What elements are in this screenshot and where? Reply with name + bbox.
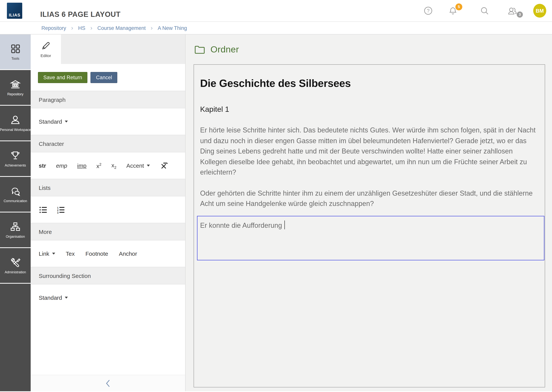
paragraph-style-dropdown[interactable]: Standard <box>39 118 68 125</box>
contacts-button[interactable]: 3 <box>507 6 518 15</box>
avatar[interactable]: BM <box>533 4 546 18</box>
breadcrumb-item-course-management[interactable]: Course Management <box>97 25 146 31</box>
anchor-button[interactable]: Anchor <box>119 250 137 257</box>
breadcrumb-separator: › <box>90 25 92 31</box>
main-sidebar: Tools Repository Personal Workspace Achi… <box>0 35 31 391</box>
help-icon: ? <box>424 6 433 15</box>
person-icon <box>10 114 21 125</box>
section-lists-body: 123 <box>31 196 185 223</box>
sidebar-item-administration[interactable]: Administration <box>0 248 31 283</box>
chevron-left-icon <box>105 379 110 387</box>
editor-panel: Editor Save and Return Cancel Paragraph … <box>31 35 186 391</box>
breadcrumb-item-repository[interactable]: Repository <box>41 25 66 31</box>
remove-format-icon <box>160 161 168 170</box>
section-paragraph-header: Paragraph <box>31 91 185 108</box>
collapse-panel-button[interactable] <box>31 375 185 391</box>
numbered-list-button[interactable]: 123 <box>56 206 65 213</box>
section-more-header: More <box>31 223 185 240</box>
chevron-down-icon <box>65 297 68 299</box>
grid-icon <box>10 43 21 54</box>
ilias-page: ILIAS ILIAS 6 PAGE LAYOUT ? 5 <box>0 0 552 392</box>
footnote-button[interactable]: Footnote <box>86 250 108 257</box>
page-title-header: ILIAS 6 PAGE LAYOUT <box>40 10 121 19</box>
avatar-initials: BM <box>536 8 544 14</box>
object-title: Ordner <box>211 44 239 55</box>
object-title-row: Ordner <box>186 35 552 64</box>
panel-actions: Save and Return Cancel <box>31 64 185 91</box>
numbered-list-icon: 123 <box>56 206 65 213</box>
help-button[interactable]: ? <box>424 6 433 15</box>
top-icon-group: ? 5 3 BM <box>424 0 546 21</box>
notifications-button[interactable]: 5 <box>448 6 458 15</box>
trophy-icon <box>10 150 21 161</box>
page-editor-canvas: Die Geschichte des Silbersees Kapitel 1 … <box>194 64 545 387</box>
breadcrumb-item-a-new-thing[interactable]: A New Thing <box>158 25 187 31</box>
sidebar-item-organisation[interactable]: Organisation <box>0 212 31 247</box>
emphasis-button[interactable]: emp <box>56 162 67 169</box>
main-content: Ordner Die Geschichte des Silbersees Kap… <box>186 35 552 391</box>
svg-text:3: 3 <box>57 211 59 213</box>
bank-icon <box>10 79 21 90</box>
search-icon <box>480 6 489 15</box>
sidebar-item-tools[interactable]: Tools <box>0 35 31 69</box>
sidebar-item-communication[interactable]: Communication <box>0 177 31 212</box>
link-dropdown[interactable]: Link <box>39 250 55 257</box>
chevron-down-icon <box>65 121 68 123</box>
sidebar-item-personal-workspace[interactable]: Personal Workspace <box>0 106 31 140</box>
chevron-down-icon <box>52 253 55 255</box>
contacts-icon <box>507 6 518 15</box>
section-surrounding-header: Surrounding Section <box>31 267 185 284</box>
section-lists-header: Lists <box>31 179 185 196</box>
ilias-logo[interactable]: ILIAS <box>7 3 22 19</box>
sidebar-filler <box>0 284 31 391</box>
cancel-button[interactable]: Cancel <box>91 72 117 83</box>
text-cursor <box>284 220 285 229</box>
org-chart-icon <box>10 221 21 232</box>
panel-filler <box>31 311 185 375</box>
section-surrounding-body: Standard <box>31 284 185 311</box>
contacts-count-badge: 3 <box>517 11 523 17</box>
speech-bubbles-icon <box>10 186 21 196</box>
search-button[interactable] <box>480 6 489 15</box>
breadcrumb-item-hs[interactable]: HS <box>78 25 86 31</box>
superscript-button[interactable]: x2 <box>96 162 102 169</box>
bullet-list-icon <box>39 206 48 213</box>
sidebar-item-repository[interactable]: Repository <box>0 70 31 105</box>
article-heading[interactable]: Die Geschichte des Silbersees <box>200 77 538 90</box>
breadcrumb: Repository › HS › Course Management › A … <box>0 21 552 35</box>
breadcrumb-separator: › <box>151 25 153 31</box>
tab-editor[interactable]: Editor <box>31 35 61 64</box>
tex-button[interactable]: Tex <box>66 250 75 257</box>
strong-button[interactable]: str <box>39 162 46 169</box>
breadcrumb-separator: › <box>71 25 73 31</box>
tab-editor-label: Editor <box>41 53 51 58</box>
subscript-button[interactable]: x2 <box>111 162 116 169</box>
pencil-icon <box>41 41 51 51</box>
section-character-header: Character <box>31 135 185 152</box>
surrounding-style-dropdown[interactable]: Standard <box>39 294 68 301</box>
svg-text:?: ? <box>427 8 429 14</box>
top-bar: ILIAS ILIAS 6 PAGE LAYOUT ? 5 <box>0 0 552 21</box>
chevron-down-icon <box>147 165 150 167</box>
important-button[interactable]: imp <box>77 162 87 169</box>
folder-icon <box>194 45 205 54</box>
article-subheading[interactable]: Kapitel 1 <box>200 105 538 114</box>
section-character-body: str emp imp x2 x2 Accent <box>31 152 185 179</box>
save-and-return-button[interactable]: Save and Return <box>38 72 87 83</box>
article-paragraph[interactable]: Er hörte leise Schritte hinter sich. Das… <box>200 125 538 178</box>
ilias-logo-text: ILIAS <box>7 13 22 17</box>
remove-format-button[interactable] <box>160 161 168 170</box>
notifications-count-badge: 5 <box>455 3 462 10</box>
section-more-body: Link Tex Footnote Anchor <box>31 240 185 267</box>
article-paragraph[interactable]: Oder gehörten die Schritte hinter ihm zu… <box>200 188 538 209</box>
sidebar-item-achievements[interactable]: Achievements <box>0 141 31 176</box>
accent-dropdown[interactable]: Accent <box>126 162 150 169</box>
active-paragraph-editor[interactable]: Er konnte die Aufforderung <box>197 216 544 260</box>
editing-text: Er konnte die Aufforderung <box>200 221 282 229</box>
crossed-tools-icon <box>10 257 21 268</box>
section-paragraph-body: Standard <box>31 108 185 135</box>
bullet-list-button[interactable] <box>39 206 48 213</box>
panel-tab-row: Editor <box>31 35 185 64</box>
